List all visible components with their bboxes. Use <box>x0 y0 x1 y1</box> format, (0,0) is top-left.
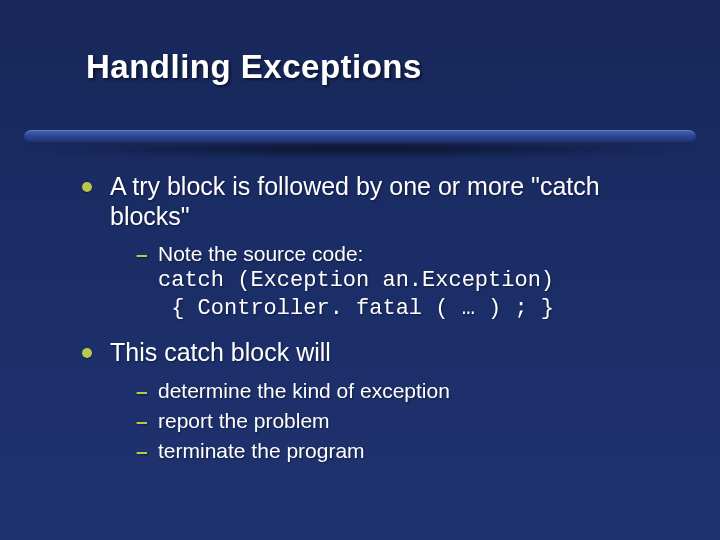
sub-bullet-text: terminate the program <box>158 439 365 462</box>
title-underline <box>0 130 720 160</box>
slide-body: A try block is followed by one or more "… <box>82 172 668 481</box>
bullet-list-level2: determine the kind of exception report t… <box>110 378 668 465</box>
bullet-item: A try block is followed by one or more "… <box>82 172 668 322</box>
sub-bullet-text: Note the source code: <box>158 242 363 265</box>
sub-bullet-item: determine the kind of exception <box>136 378 668 404</box>
bullet-text: A try block is followed by one or more "… <box>110 172 600 230</box>
bullet-list-level2: Note the source code: catch (Exception a… <box>110 241 668 322</box>
sub-bullet-item: terminate the program <box>136 438 668 464</box>
bullet-text: This catch block will <box>110 338 331 366</box>
slide: Handling Exceptions A try block is follo… <box>0 0 720 540</box>
code-block: catch (Exception an.Exception) { Control… <box>158 267 668 322</box>
sub-bullet-item: report the problem <box>136 408 668 434</box>
slide-title: Handling Exceptions <box>86 48 720 86</box>
bullet-list-level1: A try block is followed by one or more "… <box>82 172 668 465</box>
title-area: Handling Exceptions <box>0 0 720 86</box>
bullet-item: This catch block will determine the kind… <box>82 338 668 464</box>
sub-bullet-text: report the problem <box>158 409 330 432</box>
sub-bullet-text: determine the kind of exception <box>158 379 450 402</box>
title-underline-bar <box>24 130 696 144</box>
sub-bullet-item: Note the source code: catch (Exception a… <box>136 241 668 322</box>
